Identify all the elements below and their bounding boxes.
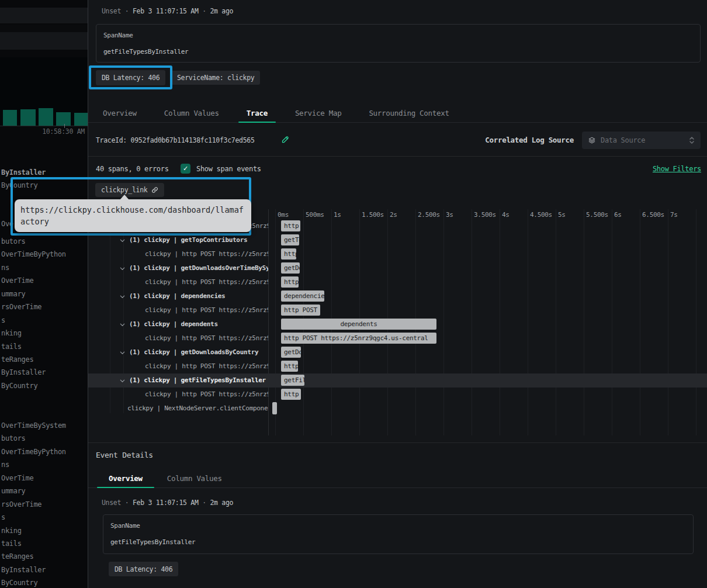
span-row[interactable]: clickpy | http POST https://z5nrz9qgc4.u… [88, 388, 707, 402]
span-name-cell[interactable]: clickpy | http POST https://z5nrz9qgc4.u… [88, 275, 268, 289]
span-name-cell[interactable]: (1) clickpy | dependencies [88, 289, 268, 303]
axis-tick-label: 6.500s [642, 211, 664, 219]
span-name-cell[interactable]: (1) clickpy | getFileTypesByInstaller [88, 373, 268, 388]
chevron-down-icon[interactable] [119, 378, 126, 384]
edit-pencil-icon[interactable] [281, 135, 292, 146]
span-row[interactable]: clickpy | http POST https://z5nrz9qgc4.u… [88, 303, 707, 317]
span-row[interactable]: clickpy | NextNodeServer.clientComponen [88, 402, 707, 416]
span-duration-bar[interactable]: http POST https://z5nrz9qgc4.us-central [281, 276, 299, 288]
tab-surrounding-context[interactable]: Surrounding Context [361, 104, 457, 122]
chevron-down-icon[interactable] [119, 265, 126, 272]
span-row[interactable]: clickpy | http POST https://z5nrz9qgc4.u… [88, 247, 707, 261]
chevron-down-icon[interactable] [119, 293, 126, 300]
chevron-down-icon[interactable] [119, 237, 126, 244]
sidebar-item[interactable]: OverTime [1, 472, 66, 485]
sidebar-item[interactable]: nking [1, 524, 66, 537]
span-duration-bar[interactable]: getTopContributors [281, 234, 299, 245]
sidebar-item[interactable]: OverTimeByPython [1, 248, 66, 261]
sidebar-item[interactable]: ByCountry [1, 576, 66, 588]
field-value: getFileTypesByInstaller [103, 48, 188, 56]
sidebar-item[interactable]: ummary [1, 485, 66, 497]
sidebar-item[interactable]: Ove [1, 220, 13, 228]
span-name-text: clickpy | http POST https://z5nrz9qgc4.u… [145, 275, 268, 289]
sidebar-item[interactable]: ByCountry [1, 379, 66, 392]
span-row[interactable]: clickpy | http POST https://z5nrz9qgc4.u… [88, 275, 707, 289]
span-duration-bar[interactable]: getDownloadsOverTimeBySystem [281, 262, 300, 274]
sidebar-item[interactable]: OverTime [1, 274, 66, 287]
sidebar-item[interactable]: s [1, 314, 66, 327]
span-duration-bar[interactable]: getFileTypesByInstaller [281, 375, 304, 386]
sidebar-item[interactable]: ns [1, 458, 66, 471]
traceid-row: TraceId: 0952fad0b67b114138fc110f3c7ed56… [88, 132, 707, 149]
span-duration-bar[interactable]: http POST https://z5nrz9qgc4.us-central [281, 305, 320, 316]
sidebar-item[interactable]: rsOverTime [1, 300, 66, 313]
span-duration-bar[interactable]: dependencies [281, 290, 324, 302]
span-name-cell[interactable]: (1) clickpy | getTopContributors [88, 233, 268, 247]
sidebar-item[interactable]: ByInstaller [1, 366, 66, 379]
chevron-down-icon[interactable] [119, 321, 126, 328]
span-row[interactable]: (1) clickpy | getTopContributorsgetTopCo… [88, 233, 707, 247]
sidebar-item[interactable]: ns [1, 261, 66, 274]
span-duration-bar[interactable]: http POST https://z5nrz9qgc4.us-central [281, 361, 298, 372]
sidebar-item[interactable]: s [1, 511, 66, 524]
span-row[interactable]: (1) clickpy | getFileTypesByInstallerget… [88, 373, 707, 388]
drawer-tabbar: OverviewColumn ValuesTraceService MapSur… [88, 104, 707, 123]
trace-waterfall: 0ms500ms1s1.500s2s2.500s3s3.500s4s4.500s… [88, 209, 707, 435]
span-name-cell[interactable]: clickpy | http POST https://z5nrz9qgc4.u… [88, 359, 268, 373]
span-row[interactable]: clickpy | http POST https://z5nrz9qgc4.u… [88, 331, 707, 345]
sidebar-item[interactable]: ummary [1, 288, 66, 300]
sidebar-item[interactable]: tails [1, 537, 66, 550]
sidebar-item[interactable]: teRanges [1, 353, 66, 366]
tab-service-map[interactable]: Service Map [287, 104, 349, 122]
axis-tick-label: 0ms [278, 211, 289, 219]
span-row[interactable]: (1) clickpy | getDownloadsByCountrygetDo… [88, 345, 707, 359]
db-latency-badge[interactable]: DB Latency: 406 [109, 562, 178, 576]
span-duration-bar[interactable]: http POST https://z5nrz9qgc4.us-central [281, 248, 296, 260]
db-latency-badge[interactable]: DB Latency: 406 [96, 70, 165, 85]
span-duration-bar[interactable] [272, 402, 277, 414]
span-duration-bar[interactable]: http POST https://z5nrz9qgc4.us-central [281, 389, 301, 400]
span-row[interactable]: (1) clickpy | dependentsdependents [88, 317, 707, 331]
sidebar-item[interactable]: butors [1, 432, 66, 445]
span-name-cell[interactable]: (1) clickpy | dependents [88, 317, 268, 331]
sidebar-item[interactable]: OverTimeBySystem [1, 419, 66, 432]
sidebar-item[interactable]: rsOverTime [1, 498, 66, 511]
sidebar-item[interactable]: OverTimeByPython [1, 445, 66, 458]
show-span-events-checkbox[interactable]: ✓ [181, 164, 190, 174]
clickpy-link-chip[interactable]: clickpy_link [95, 183, 164, 197]
span-duration-bar[interactable]: http POST https://z5nrz9qgc4.us-central [281, 333, 436, 344]
span-name-cell[interactable]: clickpy | http POST https://z5nrz9qgc4.u… [88, 247, 268, 261]
chevron-down-icon[interactable] [119, 350, 126, 356]
span-row[interactable]: (1) clickpy | dependenciesdependencies [88, 289, 707, 303]
span-name-cell[interactable]: (1) clickpy | getDownloadsByCountry [88, 345, 268, 359]
background-page-sidebar: 10:58:30 AM ByInstallerByCountryOve buto… [0, 0, 88, 588]
sidebar-item[interactable]: ByCountry [1, 181, 37, 189]
span-name-cell[interactable]: (1) clickpy | getDownloadsOverTimeBySyst… [88, 261, 268, 275]
span-duration-bar[interactable]: dependents [281, 319, 436, 330]
span-name-cell[interactable]: clickpy | http POST https://z5nrz9qgc4.u… [88, 388, 268, 402]
sidebar-item[interactable]: tails [1, 340, 66, 353]
show-filters-link[interactable]: Show Filters [653, 165, 701, 173]
tab-overview[interactable]: Overview [97, 469, 154, 487]
span-row[interactable]: clickpy | http POST https://z5nrz9qgc4.u… [88, 359, 707, 373]
span-duration-bar[interactable]: getDownloadsByCountry [281, 347, 301, 358]
span-duration-bar[interactable]: http POST https://z5nrz9qgc4.us-central [281, 220, 300, 231]
sidebar-item[interactable]: ByInstaller [1, 168, 46, 177]
sidebar-item[interactable]: teRanges [1, 550, 66, 563]
layers-icon [588, 136, 596, 144]
minimap-time-label: 10:58:30 AM [42, 127, 85, 136]
tab-column-values[interactable]: Column Values [156, 104, 227, 122]
tab-trace[interactable]: Trace [238, 104, 276, 122]
sidebar-item[interactable]: nking [1, 327, 66, 340]
sidebar-item[interactable]: ByInstaller [1, 563, 66, 576]
sidebar-item[interactable]: butors [1, 235, 66, 248]
service-name-badge[interactable]: ServiceName: clickpy [171, 71, 260, 85]
tab-overview[interactable]: Overview [95, 104, 145, 122]
span-name-cell[interactable]: clickpy | NextNodeServer.clientComponen [88, 402, 268, 416]
span-name-cell[interactable]: clickpy | http POST https://z5nrz9qgc4.u… [88, 303, 268, 317]
data-source-select[interactable]: Data Source [582, 132, 701, 149]
span-name-cell[interactable]: clickpy | http POST https://z5nrz9qgc4.u… [88, 331, 268, 345]
span-row[interactable]: (1) clickpy | getDownloadsOverTimeBySyst… [88, 261, 707, 275]
axis-tick-label: 4s [502, 211, 510, 219]
tab-column-values[interactable]: Column Values [155, 469, 234, 487]
